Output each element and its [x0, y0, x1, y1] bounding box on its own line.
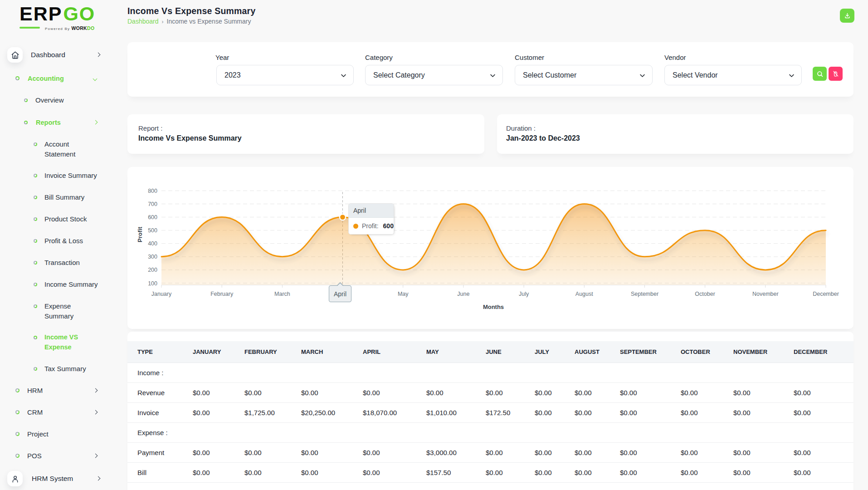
svg-text:July: July [519, 291, 529, 297]
svg-text:February: February [210, 291, 234, 297]
svg-text:300: 300 [148, 254, 157, 260]
svg-text:November: November [752, 291, 779, 297]
svg-text:500: 500 [148, 227, 157, 234]
svg-text:June: June [457, 291, 469, 297]
svg-text:700: 700 [148, 201, 157, 207]
svg-text:800: 800 [148, 188, 157, 194]
svg-text:September: September [631, 291, 658, 297]
svg-text:August: August [575, 291, 593, 297]
svg-text:October: October [695, 291, 715, 297]
svg-text:Profit: Profit [137, 226, 143, 242]
svg-text:600: 600 [148, 214, 157, 220]
svg-text:January: January [151, 291, 172, 297]
svg-text:March: March [274, 291, 290, 297]
svg-text:100: 100 [148, 280, 157, 287]
svg-text:200: 200 [148, 267, 157, 273]
svg-text:400: 400 [148, 240, 157, 247]
svg-text:December: December [813, 291, 839, 297]
svg-text:Months: Months [483, 304, 504, 310]
svg-text:May: May [398, 291, 409, 297]
